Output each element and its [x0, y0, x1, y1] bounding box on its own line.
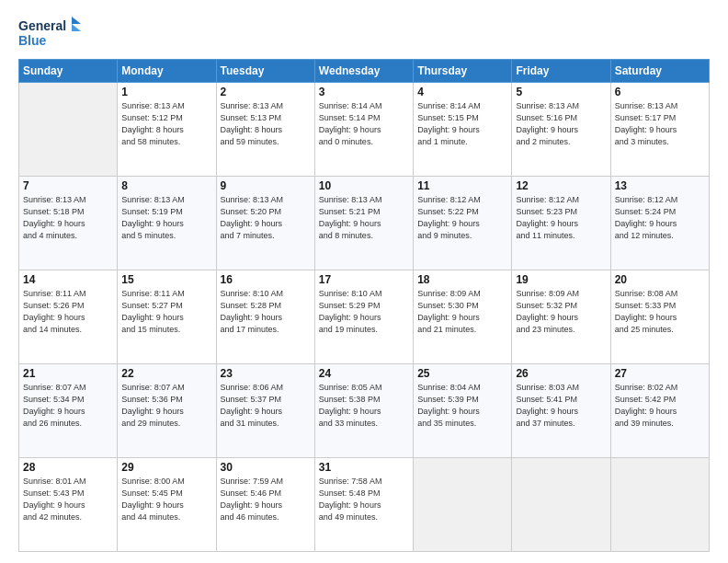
day-info: Sunrise: 8:14 AM Sunset: 5:15 PM Dayligh… — [417, 100, 507, 148]
day-info: Sunrise: 8:12 AM Sunset: 5:22 PM Dayligh… — [417, 194, 507, 242]
week-row-2: 14Sunrise: 8:11 AM Sunset: 5:26 PM Dayli… — [19, 270, 710, 364]
day-info: Sunrise: 8:10 AM Sunset: 5:29 PM Dayligh… — [319, 288, 409, 336]
svg-marker-2 — [72, 17, 81, 24]
day-cell: 27Sunrise: 8:02 AM Sunset: 5:42 PM Dayli… — [610, 364, 709, 458]
day-info: Sunrise: 8:01 AM Sunset: 5:43 PM Dayligh… — [23, 476, 113, 523]
day-cell: 8Sunrise: 8:13 AM Sunset: 5:19 PM Daylig… — [118, 177, 216, 270]
logo-svg: General Blue — [18, 15, 83, 50]
day-info: Sunrise: 8:10 AM Sunset: 5:28 PM Dayligh… — [221, 288, 311, 336]
day-number: 22 — [121, 367, 211, 380]
day-number: 23 — [221, 367, 311, 380]
day-number: 4 — [417, 86, 507, 98]
week-row-4: 28Sunrise: 8:01 AM Sunset: 5:43 PM Dayli… — [19, 458, 710, 552]
day-cell: 6Sunrise: 8:13 AM Sunset: 5:17 PM Daylig… — [610, 83, 709, 177]
svg-marker-3 — [72, 24, 81, 31]
day-cell: 10Sunrise: 8:13 AM Sunset: 5:21 PM Dayli… — [314, 177, 413, 270]
day-info: Sunrise: 8:07 AM Sunset: 5:34 PM Dayligh… — [23, 382, 113, 430]
day-info: Sunrise: 7:58 AM Sunset: 5:48 PM Dayligh… — [319, 476, 409, 523]
day-number: 13 — [615, 179, 705, 192]
day-cell — [414, 458, 512, 552]
day-cell: 15Sunrise: 8:11 AM Sunset: 5:27 PM Dayli… — [118, 270, 216, 364]
day-info: Sunrise: 8:00 AM Sunset: 5:45 PM Dayligh… — [121, 476, 211, 523]
day-info: Sunrise: 8:02 AM Sunset: 5:42 PM Dayligh… — [615, 382, 705, 430]
day-cell: 14Sunrise: 8:11 AM Sunset: 5:26 PM Dayli… — [19, 270, 118, 364]
day-cell: 2Sunrise: 8:13 AM Sunset: 5:13 PM Daylig… — [216, 83, 314, 177]
day-number: 25 — [417, 367, 507, 380]
day-cell: 17Sunrise: 8:10 AM Sunset: 5:29 PM Dayli… — [314, 270, 413, 364]
weekday-tuesday: Tuesday — [216, 60, 314, 83]
day-cell: 16Sunrise: 8:10 AM Sunset: 5:28 PM Dayli… — [216, 270, 314, 364]
day-number: 6 — [615, 86, 705, 98]
day-number: 16 — [221, 273, 311, 286]
day-number: 11 — [417, 179, 507, 192]
day-info: Sunrise: 8:13 AM Sunset: 5:16 PM Dayligh… — [516, 100, 606, 148]
day-number: 3 — [319, 86, 409, 98]
weekday-saturday: Saturday — [610, 60, 709, 83]
week-row-3: 21Sunrise: 8:07 AM Sunset: 5:34 PM Dayli… — [19, 364, 710, 458]
svg-text:General: General — [18, 18, 66, 33]
day-info: Sunrise: 8:11 AM Sunset: 5:26 PM Dayligh… — [23, 288, 113, 336]
weekday-monday: Monday — [118, 60, 216, 83]
day-info: Sunrise: 8:13 AM Sunset: 5:19 PM Dayligh… — [121, 194, 211, 242]
day-cell: 24Sunrise: 8:05 AM Sunset: 5:38 PM Dayli… — [314, 364, 413, 458]
day-number: 30 — [221, 461, 311, 474]
day-number: 1 — [121, 86, 211, 98]
day-number: 29 — [121, 461, 211, 474]
day-number: 17 — [319, 273, 409, 286]
day-info: Sunrise: 8:13 AM Sunset: 5:21 PM Dayligh… — [319, 194, 409, 242]
day-cell: 5Sunrise: 8:13 AM Sunset: 5:16 PM Daylig… — [512, 83, 610, 177]
day-number: 8 — [121, 179, 211, 192]
day-number: 21 — [23, 367, 113, 380]
logo: General Blue — [18, 15, 83, 50]
day-cell: 26Sunrise: 8:03 AM Sunset: 5:41 PM Dayli… — [512, 364, 610, 458]
day-info: Sunrise: 8:13 AM Sunset: 5:18 PM Dayligh… — [23, 194, 113, 242]
day-cell: 22Sunrise: 8:07 AM Sunset: 5:36 PM Dayli… — [118, 364, 216, 458]
day-cell: 25Sunrise: 8:04 AM Sunset: 5:39 PM Dayli… — [414, 364, 512, 458]
day-cell: 7Sunrise: 8:13 AM Sunset: 5:18 PM Daylig… — [19, 177, 118, 270]
weekday-header-row: SundayMondayTuesdayWednesdayThursdayFrid… — [19, 60, 710, 83]
week-row-1: 7Sunrise: 8:13 AM Sunset: 5:18 PM Daylig… — [19, 177, 710, 270]
calendar-body: 1Sunrise: 8:13 AM Sunset: 5:12 PM Daylig… — [19, 83, 710, 552]
day-cell: 13Sunrise: 8:12 AM Sunset: 5:24 PM Dayli… — [610, 177, 709, 270]
day-cell: 18Sunrise: 8:09 AM Sunset: 5:30 PM Dayli… — [414, 270, 512, 364]
day-cell: 19Sunrise: 8:09 AM Sunset: 5:32 PM Dayli… — [512, 270, 610, 364]
day-cell: 20Sunrise: 8:08 AM Sunset: 5:33 PM Dayli… — [610, 270, 709, 364]
day-info: Sunrise: 8:09 AM Sunset: 5:30 PM Dayligh… — [417, 288, 507, 336]
day-cell — [610, 458, 709, 552]
header: General Blue — [18, 15, 710, 50]
day-cell: 12Sunrise: 8:12 AM Sunset: 5:23 PM Dayli… — [512, 177, 610, 270]
day-cell: 1Sunrise: 8:13 AM Sunset: 5:12 PM Daylig… — [118, 83, 216, 177]
day-info: Sunrise: 8:14 AM Sunset: 5:14 PM Dayligh… — [319, 100, 409, 148]
day-info: Sunrise: 8:07 AM Sunset: 5:36 PM Dayligh… — [121, 382, 211, 430]
day-info: Sunrise: 8:05 AM Sunset: 5:38 PM Dayligh… — [319, 382, 409, 430]
weekday-friday: Friday — [512, 60, 610, 83]
day-info: Sunrise: 8:03 AM Sunset: 5:41 PM Dayligh… — [516, 382, 606, 430]
day-cell: 4Sunrise: 8:14 AM Sunset: 5:15 PM Daylig… — [414, 83, 512, 177]
day-cell: 31Sunrise: 7:58 AM Sunset: 5:48 PM Dayli… — [314, 458, 413, 552]
day-cell: 29Sunrise: 8:00 AM Sunset: 5:45 PM Dayli… — [118, 458, 216, 552]
day-cell: 11Sunrise: 8:12 AM Sunset: 5:22 PM Dayli… — [414, 177, 512, 270]
day-info: Sunrise: 8:12 AM Sunset: 5:23 PM Dayligh… — [516, 194, 606, 242]
day-number: 10 — [319, 179, 409, 192]
day-number: 12 — [516, 179, 606, 192]
week-row-0: 1Sunrise: 8:13 AM Sunset: 5:12 PM Daylig… — [19, 83, 710, 177]
day-number: 14 — [23, 273, 113, 286]
calendar-table: SundayMondayTuesdayWednesdayThursdayFrid… — [18, 59, 710, 552]
day-number: 18 — [417, 273, 507, 286]
day-cell: 9Sunrise: 8:13 AM Sunset: 5:20 PM Daylig… — [216, 177, 314, 270]
day-info: Sunrise: 8:06 AM Sunset: 5:37 PM Dayligh… — [221, 382, 311, 430]
day-info: Sunrise: 8:08 AM Sunset: 5:33 PM Dayligh… — [615, 288, 705, 336]
day-number: 20 — [615, 273, 705, 286]
day-cell — [512, 458, 610, 552]
day-number: 19 — [516, 273, 606, 286]
day-info: Sunrise: 8:11 AM Sunset: 5:27 PM Dayligh… — [121, 288, 211, 336]
day-number: 26 — [516, 367, 606, 380]
day-info: Sunrise: 8:13 AM Sunset: 5:20 PM Dayligh… — [221, 194, 311, 242]
day-number: 7 — [23, 179, 113, 192]
day-number: 24 — [319, 367, 409, 380]
day-info: Sunrise: 8:09 AM Sunset: 5:32 PM Dayligh… — [516, 288, 606, 336]
day-info: Sunrise: 8:12 AM Sunset: 5:24 PM Dayligh… — [615, 194, 705, 242]
day-number: 5 — [516, 86, 606, 98]
weekday-thursday: Thursday — [414, 60, 512, 83]
day-number: 15 — [121, 273, 211, 286]
